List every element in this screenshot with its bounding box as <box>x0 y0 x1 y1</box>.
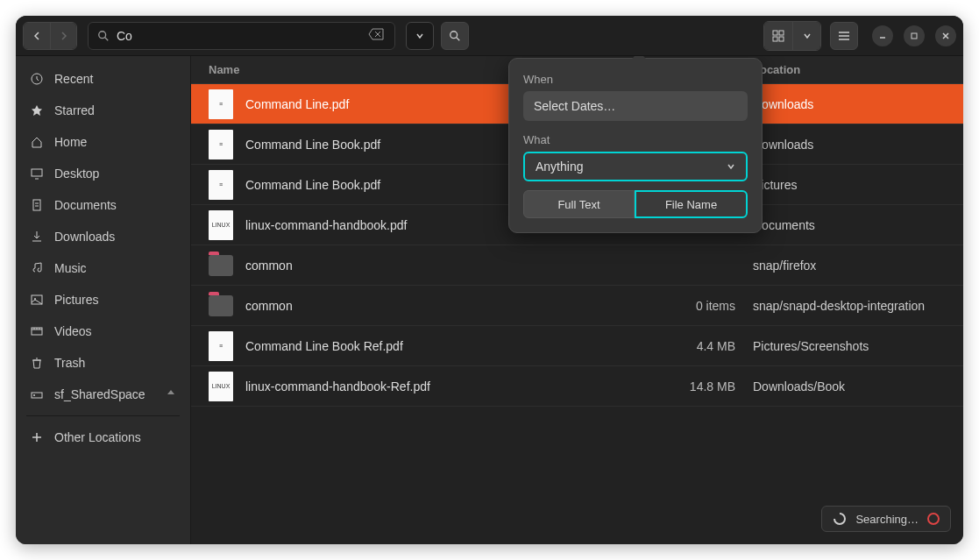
sidebar-item-label: Documents <box>54 198 117 212</box>
view-mode-group <box>763 21 821 51</box>
minimize-button[interactable] <box>872 25 893 46</box>
view-dropdown-button[interactable] <box>792 22 820 50</box>
grid-view-button[interactable] <box>764 22 792 50</box>
search-filter-popover: When Select Dates… What Anything Full Te… <box>508 58 763 233</box>
search-options-dropdown[interactable] <box>406 22 434 50</box>
sidebar-item-recent[interactable]: Recent <box>16 63 190 95</box>
sidebar-item-trash[interactable]: Trash <box>16 347 190 379</box>
minimize-icon <box>878 32 887 40</box>
main-panel: Name Size Location ≡Command Line.pdfDown… <box>191 56 963 544</box>
nav-buttons <box>23 22 77 50</box>
sidebar-item-sf_sharedspace[interactable]: sf_SharedSpace <box>16 379 190 410</box>
file-icon: ≡ <box>209 170 233 200</box>
sidebar-item-documents[interactable]: Documents <box>16 189 190 221</box>
sidebar-item-label: Recent <box>54 72 93 86</box>
sidebar-item-other-locations[interactable]: Other Locations <box>16 422 190 453</box>
svg-rect-2 <box>773 31 777 35</box>
file-location: Pictures <box>735 178 946 192</box>
video-icon <box>30 324 44 338</box>
file-size: 0 items <box>656 299 735 313</box>
star-icon <box>30 103 44 117</box>
maximize-icon <box>910 32 919 40</box>
what-dropdown[interactable]: Anything <box>523 152 748 181</box>
svg-rect-3 <box>779 31 784 35</box>
file-location: snap/firefox <box>735 259 946 273</box>
svg-rect-5 <box>779 37 784 41</box>
search-icon <box>449 30 461 42</box>
sidebar-item-music[interactable]: Music <box>16 252 190 284</box>
search-input[interactable] <box>117 29 366 43</box>
sidebar-item-label: Desktop <box>54 167 99 181</box>
folder-icon <box>209 295 233 316</box>
file-icon: LINUX <box>209 210 233 240</box>
forward-button[interactable] <box>50 23 76 49</box>
maximize-button[interactable] <box>904 25 925 46</box>
download-icon <box>30 230 44 244</box>
close-button[interactable] <box>935 25 956 46</box>
sidebar-item-pictures[interactable]: Pictures <box>16 284 190 315</box>
file-row[interactable]: commonsnap/firefox <box>191 245 963 286</box>
svg-rect-8 <box>32 169 42 176</box>
eject-icon[interactable] <box>166 387 176 401</box>
body: RecentStarredHomeDesktopDocumentsDownloa… <box>16 56 963 544</box>
desktop-icon <box>30 167 44 181</box>
chevron-down-icon <box>415 32 424 40</box>
plus-icon <box>30 430 44 444</box>
file-location: Pictures/Screenshots <box>735 339 946 353</box>
column-location-header[interactable]: Location <box>735 63 946 76</box>
file-manager-window: RecentStarredHomeDesktopDocumentsDownloa… <box>16 16 963 544</box>
file-location: Downloads/Book <box>735 379 946 393</box>
file-size: 4.4 MB <box>656 339 735 353</box>
menu-button[interactable] <box>830 22 858 50</box>
sidebar-item-label: Trash <box>54 356 85 370</box>
hamburger-icon <box>838 31 850 41</box>
sidebar-item-videos[interactable]: Videos <box>16 315 190 347</box>
sidebar-item-home[interactable]: Home <box>16 126 190 158</box>
sidebar: RecentStarredHomeDesktopDocumentsDownloa… <box>16 56 191 544</box>
sidebar-item-label: Videos <box>54 324 92 338</box>
svg-rect-13 <box>32 393 42 398</box>
svg-point-0 <box>99 31 106 38</box>
search-bar[interactable] <box>88 22 395 50</box>
filename-toggle[interactable]: File Name <box>635 190 748 218</box>
svg-rect-6 <box>912 33 917 39</box>
folder-icon <box>209 255 233 276</box>
search-toggle-button[interactable] <box>441 22 469 50</box>
select-dates-button[interactable]: Select Dates… <box>523 91 748 121</box>
home-icon <box>30 135 44 149</box>
file-location: snap/snapd-desktop-integration <box>735 299 946 313</box>
file-name: linux-command-handbook-Ref.pdf <box>245 379 656 393</box>
document-icon <box>30 198 44 212</box>
sidebar-item-starred[interactable]: Starred <box>16 95 190 126</box>
file-icon: ≡ <box>209 89 233 119</box>
file-icon: ≡ <box>209 130 233 159</box>
status-text: Searching… <box>855 513 919 526</box>
back-button[interactable] <box>24 23 50 49</box>
file-row[interactable]: ≡Command Line Book Ref.pdf4.4 MBPictures… <box>191 326 963 366</box>
fulltext-toggle[interactable]: Full Text <box>523 190 635 218</box>
file-icon: ≡ <box>209 331 233 361</box>
titlebar <box>16 16 963 56</box>
file-name: Command Line Book Ref.pdf <box>245 339 656 353</box>
file-row[interactable]: common0 itemssnap/snapd-desktop-integrat… <box>191 286 963 326</box>
stop-search-button[interactable] <box>927 513 940 525</box>
when-label: When <box>523 73 748 86</box>
sidebar-item-downloads[interactable]: Downloads <box>16 221 190 252</box>
clock-icon <box>30 72 44 86</box>
grid-icon <box>772 30 784 42</box>
file-row[interactable]: LINUXlinux-command-handbook-Ref.pdf14.8 … <box>191 366 963 407</box>
file-location: Downloads <box>735 97 946 111</box>
file-name: common <box>245 259 656 273</box>
music-icon <box>30 261 44 275</box>
file-location: Downloads <box>735 138 946 152</box>
file-size: 14.8 MB <box>656 379 735 393</box>
sidebar-item-desktop[interactable]: Desktop <box>16 158 190 189</box>
what-value: Anything <box>536 159 583 174</box>
backspace-icon <box>368 28 384 40</box>
file-name: common <box>245 299 656 313</box>
svg-point-14 <box>33 394 35 396</box>
clear-search-button[interactable] <box>366 26 386 46</box>
chevron-right-icon <box>59 31 69 41</box>
sidebar-item-label: sf_SharedSpace <box>54 387 145 401</box>
status-bar: Searching… <box>821 506 951 532</box>
